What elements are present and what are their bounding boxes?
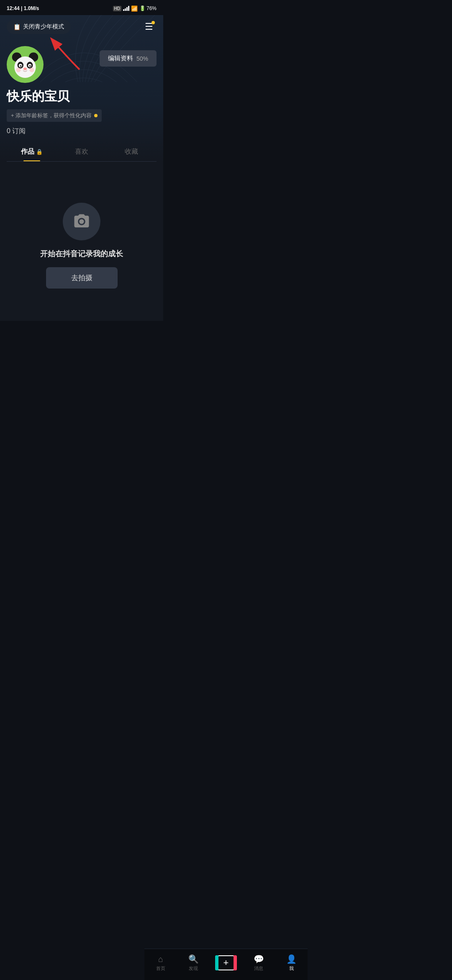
edit-profile-progress: 50% (136, 55, 148, 62)
svg-point-12 (30, 65, 31, 66)
lock-icon: 🔒 (36, 149, 43, 155)
status-right: HD 📶 🔋 76% (113, 5, 157, 12)
svg-point-14 (16, 67, 21, 72)
svg-point-10 (29, 65, 31, 67)
age-tag-button[interactable]: + 添加年龄标签，获得个性化内容 (7, 109, 102, 122)
menu-button[interactable]: ☰ (141, 19, 157, 34)
battery-indicator: 🔋 76% (139, 5, 157, 11)
svg-point-9 (20, 65, 22, 67)
age-tag-label: + 添加年龄标签，获得个性化内容 (11, 112, 92, 119)
subscribers-count: 0 订阅 (7, 127, 157, 136)
hd-badge: HD (113, 6, 121, 11)
svg-point-13 (23, 67, 27, 70)
edit-profile-button[interactable]: 编辑资料 50% (100, 50, 157, 67)
avatar[interactable] (7, 46, 44, 83)
header-area: 📋 关闭青少年模式 ☰ (0, 15, 163, 162)
shoot-button-label: 去拍摄 (71, 274, 92, 282)
age-tag-dot (94, 114, 98, 117)
teen-mode-button[interactable]: 📋 关闭青少年模式 (7, 20, 71, 34)
content-area: 开始在抖音记录我的成长 去拍摄 (0, 162, 163, 321)
profile-section: 编辑资料 50% 快乐的宝贝 + 添加年龄标签，获得个性化内容 0 订阅 作品 … (0, 38, 163, 162)
tab-likes-label: 喜欢 (75, 147, 88, 156)
status-time-speed: 12:44 | 1.0M/s (7, 5, 39, 11)
shoot-button[interactable]: 去拍摄 (46, 267, 118, 289)
signal-icon (123, 6, 129, 11)
camera-icon (73, 213, 90, 230)
tab-favorites[interactable]: 收藏 (107, 142, 157, 161)
status-bar: 12:44 | 1.0M/s HD 📶 🔋 76% (0, 0, 163, 15)
svg-point-4 (14, 57, 36, 78)
top-bar: 📋 关闭青少年模式 ☰ (0, 15, 163, 38)
tabs-container: 作品 🔒 喜欢 收藏 (7, 142, 157, 162)
teen-mode-label: 关闭青少年模式 (23, 23, 64, 31)
tab-likes[interactable]: 喜欢 (56, 142, 106, 161)
wifi-icon: 📶 (131, 5, 138, 12)
empty-state-title: 开始在抖音记录我的成长 (40, 249, 123, 259)
camera-circle (63, 203, 100, 240)
tab-works[interactable]: 作品 🔒 (7, 142, 56, 161)
tab-works-label: 作品 (21, 147, 34, 156)
menu-notification-dot (152, 21, 155, 24)
svg-point-11 (21, 65, 22, 66)
edit-profile-label: 编辑资料 (108, 54, 133, 62)
tab-favorites-label: 收藏 (125, 147, 138, 156)
teen-mode-icon: 📋 (13, 23, 21, 30)
svg-point-15 (29, 67, 34, 72)
panda-avatar-svg (8, 48, 42, 81)
username: 快乐的宝贝 (7, 88, 157, 105)
profile-top: 编辑资料 50% (7, 46, 157, 83)
